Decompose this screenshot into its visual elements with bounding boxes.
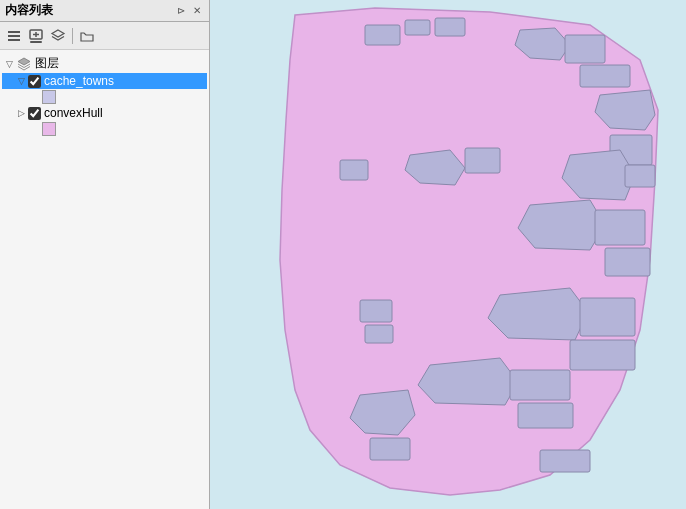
town-poly-18	[365, 325, 393, 343]
sidebar-title: 内容列表	[5, 2, 53, 19]
svg-rect-0	[8, 31, 20, 33]
layers-icon[interactable]	[48, 26, 68, 46]
pin-button[interactable]: ⊳	[174, 4, 188, 18]
tree-area: ▽ 图层 ▽ cache_towns	[0, 50, 209, 509]
map-canvas	[210, 0, 686, 509]
town-poly-24	[518, 403, 573, 428]
layer-cache-towns[interactable]: ▽ cache_towns	[2, 73, 207, 89]
close-button[interactable]: ✕	[190, 4, 204, 18]
svg-marker-7	[52, 30, 64, 37]
convex-hull-swatch	[42, 122, 56, 136]
town-poly-19	[488, 288, 588, 340]
list-icon[interactable]	[4, 26, 24, 46]
main-container: 内容列表 ⊳ ✕	[0, 0, 686, 509]
cache-towns-expander[interactable]: ▽	[14, 74, 28, 88]
town-poly-27	[540, 450, 590, 472]
town-poly-5	[565, 35, 605, 63]
svg-rect-1	[8, 35, 20, 37]
town-poly-23	[510, 370, 570, 400]
town-poly-21	[570, 340, 635, 370]
cache-towns-swatch	[42, 90, 56, 104]
map-area[interactable]	[210, 0, 686, 509]
convex-hull-expander[interactable]: ▷	[14, 106, 28, 120]
town-poly-13	[625, 165, 655, 187]
town-poly-3	[435, 18, 465, 36]
town-poly-6	[580, 65, 630, 87]
add-icon[interactable]	[26, 26, 46, 46]
town-poly-11	[465, 148, 500, 173]
cache-towns-swatch-row	[2, 89, 207, 105]
svg-rect-2	[8, 39, 20, 41]
cache-towns-checkbox[interactable]	[28, 75, 41, 88]
sidebar: 内容列表 ⊳ ✕	[0, 0, 210, 509]
sidebar-toolbar	[0, 22, 209, 50]
town-poly-2	[405, 20, 430, 35]
tree-root[interactable]: ▽ 图层	[2, 54, 207, 73]
root-label: 图层	[35, 55, 59, 72]
town-poly-22	[418, 358, 518, 405]
town-poly-1	[365, 25, 400, 45]
convex-hull-checkbox[interactable]	[28, 107, 41, 120]
root-expander[interactable]: ▽	[2, 57, 16, 71]
sidebar-title-bar: 内容列表 ⊳ ✕	[0, 0, 209, 22]
layers-root-icon	[16, 56, 32, 72]
town-poly-14	[518, 200, 605, 250]
svg-rect-4	[30, 41, 42, 43]
resize-handle[interactable]	[205, 0, 209, 509]
toolbar-separator	[72, 28, 73, 44]
sidebar-title-controls: ⊳ ✕	[174, 4, 204, 18]
town-poly-16	[605, 248, 650, 276]
town-poly-9	[340, 160, 368, 180]
cache-towns-label: cache_towns	[44, 74, 114, 88]
town-poly-15	[595, 210, 645, 245]
convex-hull-swatch-row	[2, 121, 207, 137]
town-poly-20	[580, 298, 635, 336]
svg-marker-8	[18, 58, 30, 65]
town-poly-26	[370, 438, 410, 460]
town-poly-17	[360, 300, 392, 322]
convex-hull-label: convexHull	[44, 106, 103, 120]
layer-convex-hull[interactable]: ▷ convexHull	[2, 105, 207, 121]
folder-icon[interactable]	[77, 26, 97, 46]
